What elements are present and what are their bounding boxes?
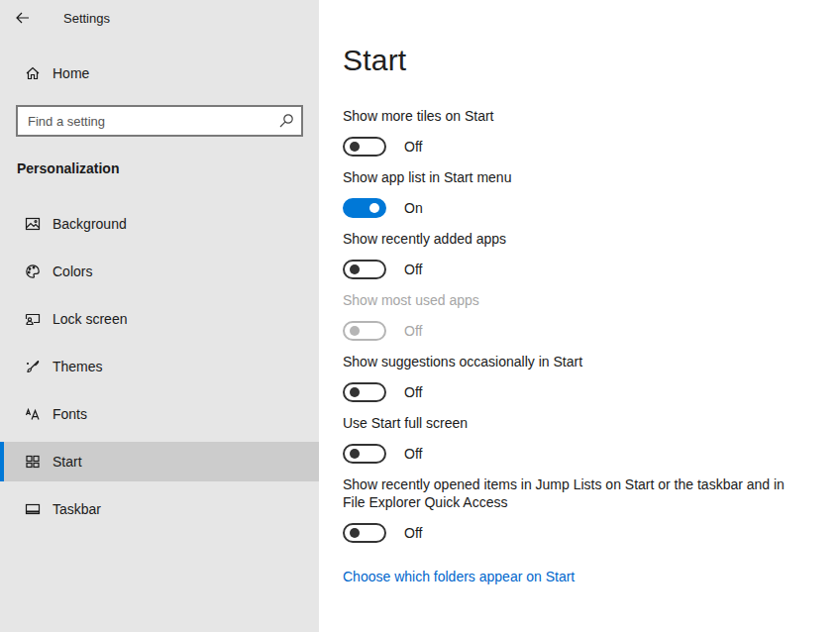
back-button[interactable]: [0, 10, 46, 26]
settings-window: Settings Home Personalization Background: [0, 0, 840, 632]
toggle-knob: [369, 203, 379, 213]
setting-label: Show most used apps: [343, 291, 788, 309]
toggle-show-app-list[interactable]: [343, 198, 386, 218]
toggle-knob: [350, 528, 360, 538]
search-input[interactable]: [16, 105, 303, 137]
sidebar-item-lock-screen[interactable]: Lock screen: [0, 299, 319, 339]
toggle-state: Off: [404, 262, 422, 277]
search-icon[interactable]: [277, 112, 295, 130]
toggle-show-recently-added[interactable]: [343, 260, 386, 279]
toggle-show-most-used: [343, 321, 386, 341]
toggle-state: Off: [404, 139, 422, 155]
sidebar-item-label: Lock screen: [52, 311, 127, 327]
sidebar-item-label: Home: [52, 65, 89, 81]
setting-show-most-used: Show most used apps Off: [343, 291, 840, 341]
search-box: [16, 105, 303, 137]
toggle-knob: [350, 264, 360, 274]
toggle-state: Off: [404, 323, 422, 339]
sidebar-item-home[interactable]: Home: [0, 53, 319, 93]
setting-label: Show app list in Start menu: [343, 168, 788, 186]
toggle-jump-lists[interactable]: [343, 523, 386, 543]
sidebar-item-label: Start: [52, 454, 82, 470]
main-content: Start Show more tiles on Start Off Show …: [319, 0, 840, 632]
lock-screen-icon: [25, 311, 41, 327]
colors-icon: [25, 263, 41, 279]
choose-folders-link[interactable]: Choose which folders appear on Start: [343, 569, 575, 584]
back-arrow-icon: [15, 10, 31, 26]
sidebar-item-label: Themes: [52, 359, 103, 374]
setting-label: Show more tiles on Start: [343, 107, 788, 125]
toggle-knob: [350, 449, 360, 459]
setting-full-screen: Use Start full screen Off: [343, 414, 840, 464]
sidebar-item-label: Fonts: [52, 406, 87, 422]
settings-list: Show more tiles on Start Off Show app li…: [343, 107, 840, 585]
home-icon: [25, 65, 41, 81]
taskbar-icon: [25, 501, 41, 517]
sidebar-item-fonts[interactable]: Fonts: [0, 394, 319, 434]
fonts-icon: [25, 406, 41, 422]
setting-jump-lists: Show recently opened items in Jump Lists…: [343, 475, 840, 543]
setting-label: Show recently opened items in Jump Lists…: [343, 475, 788, 511]
sidebar-item-label: Taskbar: [52, 501, 101, 517]
page-title: Start: [343, 44, 840, 77]
toggle-show-more-tiles[interactable]: [343, 137, 386, 157]
toggle-state: Off: [404, 446, 422, 462]
setting-show-app-list: Show app list in Start menu On: [343, 168, 840, 218]
toggle-knob: [350, 387, 360, 397]
start-icon: [25, 454, 41, 470]
toggle-state: Off: [404, 525, 422, 541]
sidebar-nav: Background Colors Lock screen Themes: [0, 204, 319, 529]
toggle-knob: [350, 326, 360, 336]
sidebar-item-background[interactable]: Background: [0, 204, 319, 244]
toggle-state: Off: [404, 384, 422, 400]
sidebar-item-label: Colors: [52, 263, 92, 279]
sidebar-item-taskbar[interactable]: Taskbar: [0, 489, 319, 529]
titlebar: Settings: [0, 0, 319, 36]
toggle-full-screen[interactable]: [343, 444, 386, 464]
toggle-state: On: [404, 200, 423, 216]
setting-label: Show suggestions occasionally in Start: [343, 353, 788, 370]
setting-show-suggestions: Show suggestions occasionally in Start O…: [343, 353, 840, 402]
setting-show-more-tiles: Show more tiles on Start Off: [343, 107, 840, 157]
sidebar-item-label: Background: [52, 216, 127, 232]
themes-icon: [25, 359, 41, 374]
toggle-knob: [350, 142, 360, 152]
background-icon: [25, 216, 41, 232]
sidebar-item-start[interactable]: Start: [0, 442, 319, 481]
sidebar-item-colors[interactable]: Colors: [0, 252, 319, 291]
sidebar-item-themes[interactable]: Themes: [0, 347, 319, 386]
app-title: Settings: [63, 11, 110, 26]
setting-label: Show recently added apps: [343, 230, 788, 248]
setting-show-recently-added: Show recently added apps Off: [343, 230, 840, 279]
sidebar: Settings Home Personalization Background: [0, 0, 319, 632]
section-header: Personalization: [17, 160, 319, 176]
setting-label: Use Start full screen: [343, 414, 788, 432]
toggle-show-suggestions[interactable]: [343, 382, 386, 402]
